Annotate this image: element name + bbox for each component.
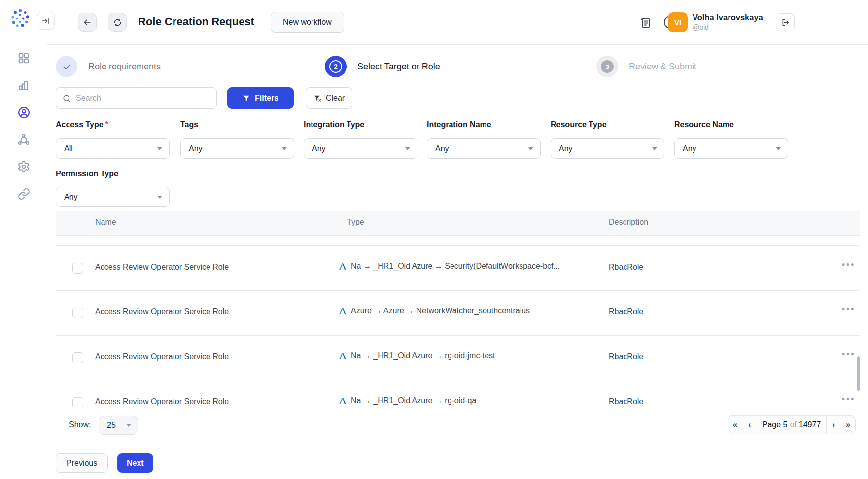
page-indicator: Page 5 of 14977	[757, 416, 826, 434]
chevron-down-icon	[157, 147, 162, 150]
table-spacer	[56, 236, 860, 246]
next-page-button[interactable]: ›	[827, 416, 841, 434]
first-page-button[interactable]: «	[728, 416, 742, 434]
step-review-submit: 3 Review & Submit	[596, 55, 696, 78]
filter-label-permission-type: Permission Type	[56, 170, 118, 178]
row-description: RbacRole	[609, 263, 643, 272]
resource-name-select[interactable]: Any	[674, 138, 788, 159]
step-select-target-or-role[interactable]: 2 Select Target or Role	[325, 55, 440, 78]
step-number-badge: 3	[596, 56, 618, 77]
azure-icon	[338, 397, 347, 405]
chevron-down-icon	[157, 196, 162, 199]
column-header-name: Name	[95, 218, 116, 227]
row-type: Azure → Azure → NetworkWatcher_southcent…	[338, 307, 530, 315]
filter-label-integration-type: Integration Type	[304, 120, 364, 129]
tags-select[interactable]: Any	[180, 138, 294, 159]
user-circle-icon[interactable]	[17, 105, 31, 119]
user-handle: @oid	[693, 23, 709, 31]
row-type: Na → _HR1_Oid Azure → Security(DefaultWo…	[338, 262, 560, 271]
table-row: Access Review Operator Service Role Azur…	[56, 291, 860, 336]
header: Role Creation Request New workflow ? VI …	[47, 0, 868, 45]
dashboard-grid-icon[interactable]	[17, 51, 31, 65]
link-icon[interactable]	[17, 187, 31, 201]
filter-funnel-icon	[243, 94, 250, 102]
row-type: Na → _HR1_Oid Azure → rg-oid-jmc-test	[338, 351, 495, 360]
back-button[interactable]	[78, 13, 97, 32]
step-label: Select Target or Role	[357, 62, 440, 72]
bar-chart-icon[interactable]	[17, 78, 31, 92]
azure-icon	[338, 352, 347, 360]
table-row: Access Review Operator Service Role Na →…	[56, 336, 860, 380]
integration-name-select[interactable]: Any	[427, 138, 541, 159]
resource-type-select[interactable]: Any	[551, 138, 664, 159]
step-label: Review & Submit	[629, 62, 696, 72]
refresh-button[interactable]	[108, 13, 127, 32]
page-size-select[interactable]: 25	[99, 416, 138, 435]
table-row: Access Review Operator Service Role Na →…	[56, 246, 860, 291]
step-role-requirements[interactable]: Role requirements	[56, 55, 161, 78]
azure-icon	[338, 307, 347, 315]
collapse-sidebar-button[interactable]	[37, 12, 55, 30]
row-name: Access Review Operator Service Role	[95, 308, 229, 316]
previous-button[interactable]: Previous	[56, 453, 108, 473]
row-name: Access Review Operator Service Role	[95, 352, 229, 361]
chevron-down-icon	[405, 147, 410, 150]
chevron-down-icon	[126, 424, 131, 427]
new-workflow-button[interactable]: New workflow	[271, 12, 344, 33]
chevron-down-icon	[776, 147, 781, 150]
filters-button[interactable]: Filters	[227, 87, 294, 109]
notes-icon[interactable]	[638, 16, 652, 30]
chevron-down-icon	[282, 147, 287, 150]
row-actions-button[interactable]: ●●●	[841, 306, 855, 312]
access-type-select[interactable]: All	[56, 138, 170, 159]
filter-label-resource-type: Resource Type	[551, 120, 607, 129]
row-actions-button[interactable]: ●●●	[841, 350, 855, 357]
row-description: RbacRole	[609, 397, 643, 406]
row-checkbox[interactable]	[72, 397, 83, 407]
row-description: RbacRole	[609, 352, 643, 361]
user-name: Volha Ivarovskaya	[693, 13, 763, 22]
filter-label-tags: Tags	[180, 120, 198, 129]
row-checkbox[interactable]	[72, 263, 83, 274]
pager: « ‹ Page 5 of 14977 › »	[728, 415, 856, 434]
sidebar	[0, 0, 47, 479]
sidebar-nav	[0, 51, 47, 201]
avatar[interactable]: VI	[668, 12, 688, 32]
search-icon	[62, 94, 71, 103]
azure-icon	[338, 262, 347, 271]
row-checkbox[interactable]	[72, 352, 83, 363]
filter-label-resource-name: Resource Name	[674, 120, 734, 129]
logout-button[interactable]	[776, 13, 795, 31]
previous-page-button[interactable]: ‹	[742, 416, 757, 434]
chevron-down-icon	[528, 147, 533, 150]
step-complete-check-icon	[56, 56, 77, 77]
show-label: Show:	[69, 420, 91, 429]
app-root: Role Creation Request New workflow ? VI …	[0, 0, 868, 479]
table-scrollbar-thumb[interactable]	[857, 356, 860, 391]
table-row: Access Review Operator Service Role Na →…	[56, 380, 860, 407]
row-type: Na → _HR1_Oid Azure → rg-oid-qa	[338, 396, 476, 405]
clear-filters-button[interactable]: Clear	[306, 87, 352, 109]
nodes-icon[interactable]	[17, 133, 31, 146]
permission-type-select[interactable]: Any	[56, 187, 170, 207]
filter-clear-icon	[313, 94, 322, 103]
step-label: Role requirements	[88, 62, 161, 72]
app-logo-icon[interactable]	[10, 8, 31, 29]
search-input-wrapper	[56, 87, 217, 109]
step-number-badge: 2	[325, 56, 347, 77]
last-page-button[interactable]: »	[841, 416, 855, 434]
settings-gear-icon[interactable]	[17, 160, 31, 173]
next-button[interactable]: Next	[117, 453, 153, 473]
row-actions-button[interactable]: ●●●	[841, 261, 855, 268]
table-header: Name Type Description	[56, 211, 860, 236]
filter-label-access-type: Access Type*	[56, 120, 108, 129]
row-actions-button[interactable]: ●●●	[841, 395, 855, 402]
row-description: RbacRole	[609, 308, 643, 316]
page-title: Role Creation Request	[138, 15, 254, 28]
search-input[interactable]	[76, 94, 210, 103]
chevron-down-icon	[652, 147, 657, 150]
column-header-type: Type	[347, 218, 364, 227]
row-checkbox[interactable]	[72, 308, 83, 318]
column-header-description: Description	[609, 218, 648, 227]
integration-type-select[interactable]: Any	[304, 138, 417, 159]
